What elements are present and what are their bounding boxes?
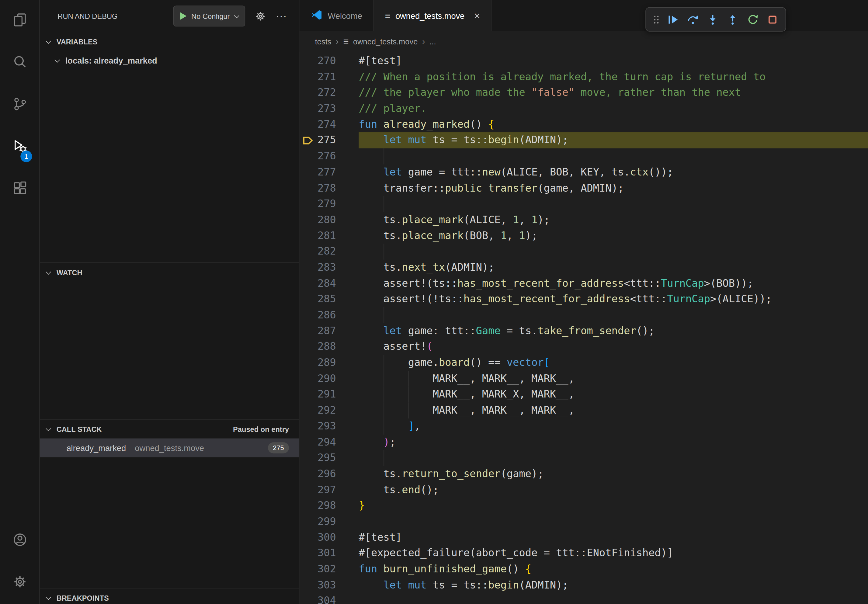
line-number[interactable]: 292 — [299, 403, 359, 418]
code-line[interactable]: 288 assert!( — [299, 339, 868, 355]
breadcrumb-item-file[interactable]: owned_tests.move — [353, 37, 418, 46]
code-line[interactable]: 304 — [299, 593, 868, 604]
line-number[interactable]: 282 — [299, 244, 359, 259]
line-number[interactable]: 281 — [299, 228, 359, 244]
debug-config-dropdown[interactable]: No Configur — [173, 5, 245, 26]
code-line[interactable]: 271/// When a position is already marked… — [299, 69, 868, 85]
activity-item-explorer[interactable] — [0, 0, 39, 42]
code-line[interactable]: 303 let mut ts = ts::begin(ADMIN); — [299, 577, 868, 593]
code-line[interactable]: 287 let game: ttt::Game = ts.take_from_s… — [299, 323, 868, 339]
step-over-button[interactable] — [684, 11, 701, 28]
step-out-button[interactable] — [724, 11, 741, 28]
toolbar-grip-icon[interactable] — [651, 13, 662, 26]
line-number[interactable]: 270 — [299, 53, 359, 69]
code-line[interactable]: 274fun already_marked() { — [299, 117, 868, 133]
line-number[interactable]: 304 — [299, 593, 359, 604]
code-line[interactable]: 273/// player. — [299, 101, 868, 116]
code-line[interactable]: 302fun burn_unfinished_game() { — [299, 561, 868, 577]
step-into-button[interactable] — [704, 11, 721, 28]
watch-section-header[interactable]: WATCH — [40, 263, 299, 282]
line-number[interactable]: 271 — [299, 69, 359, 85]
code-line[interactable]: 299 — [299, 514, 868, 530]
line-number[interactable]: 289 — [299, 355, 359, 371]
activity-item-run-and-debug[interactable]: 1 — [0, 126, 39, 168]
line-number[interactable]: 294 — [299, 434, 359, 450]
line-number[interactable]: 280 — [299, 212, 359, 228]
code-line[interactable]: 296 ts.return_to_sender(game); — [299, 466, 868, 482]
breadcrumb-item-tests[interactable]: tests — [315, 37, 332, 46]
line-number[interactable]: 303 — [299, 577, 359, 593]
activity-item-accounts[interactable] — [0, 520, 39, 562]
line-number[interactable]: 290 — [299, 371, 359, 387]
start-debug-icon[interactable] — [180, 12, 186, 20]
line-number[interactable]: 300 — [299, 530, 359, 545]
breakpoints-section-header[interactable]: BREAKPOINTS — [40, 589, 299, 604]
code-line[interactable]: 280 ts.place_mark(ALICE, 1, 1); — [299, 212, 868, 228]
line-number[interactable]: 285 — [299, 291, 359, 307]
more-actions-icon[interactable]: ⋯ — [276, 11, 287, 22]
line-number[interactable]: 297 — [299, 482, 359, 498]
variables-scope-row[interactable]: locals: already_marked — [40, 51, 299, 70]
activity-item-manage[interactable] — [0, 562, 39, 604]
continue-button[interactable] — [663, 11, 681, 28]
line-number[interactable]: 299 — [299, 514, 359, 530]
line-number[interactable]: 283 — [299, 260, 359, 276]
code-line[interactable]: 276 — [299, 149, 868, 164]
line-number[interactable]: 273 — [299, 101, 359, 116]
line-number[interactable]: 301 — [299, 545, 359, 561]
code-line[interactable]: 292 MARK__, MARK__, MARK__, — [299, 403, 868, 418]
tab-welcome[interactable]: Welcome — [299, 0, 374, 31]
line-number[interactable]: 277 — [299, 164, 359, 180]
call-stack-frame[interactable]: already_marked owned_tests.move 275 — [40, 438, 299, 457]
line-number[interactable]: 291 — [299, 387, 359, 403]
code-line[interactable]: 270#[test] — [299, 53, 868, 69]
line-number[interactable]: 296 — [299, 466, 359, 482]
activity-item-source-control[interactable] — [0, 84, 39, 126]
line-number[interactable]: 286 — [299, 307, 359, 323]
restart-button[interactable] — [743, 11, 761, 28]
line-number[interactable]: 279 — [299, 196, 359, 212]
code-line[interactable]: 298} — [299, 498, 868, 514]
code-line[interactable]: 278 transfer::public_transfer(game, ADMI… — [299, 180, 868, 196]
code-line[interactable]: 291 MARK__, MARK_X, MARK__, — [299, 387, 868, 403]
code-line[interactable]: 275 let mut ts = ts::begin(ADMIN); — [299, 133, 868, 149]
code-line[interactable]: 293 ], — [299, 418, 868, 434]
code-editor[interactable]: 270#[test]271/// When a position is alre… — [299, 52, 868, 604]
code-line[interactable]: 284 assert!(ts::has_most_recent_for_addr… — [299, 276, 868, 291]
code-line[interactable]: 297 ts.end(); — [299, 482, 868, 498]
variables-section-header[interactable]: VARIABLES — [40, 32, 299, 51]
line-number[interactable]: 288 — [299, 339, 359, 355]
code-line[interactable]: 295 — [299, 450, 868, 466]
line-number[interactable]: 302 — [299, 561, 359, 577]
debug-settings-gear-icon[interactable] — [254, 10, 266, 22]
code-line[interactable]: 286 — [299, 307, 868, 323]
code-line[interactable]: 285 assert!(!ts::has_most_recent_for_add… — [299, 291, 868, 307]
code-line[interactable]: 283 ts.next_tx(ADMIN); — [299, 260, 868, 276]
line-number[interactable]: 278 — [299, 180, 359, 196]
code-line[interactable]: 289 game.board() == vector[ — [299, 355, 868, 371]
line-number[interactable]: 272 — [299, 85, 359, 101]
close-icon[interactable]: × — [474, 10, 480, 21]
line-number[interactable]: 287 — [299, 323, 359, 339]
code-line[interactable]: 282 — [299, 244, 868, 259]
code-line[interactable]: 301#[expected_failure(abort_code = ttt::… — [299, 545, 868, 561]
line-number[interactable]: 293 — [299, 418, 359, 434]
line-number[interactable]: 298 — [299, 498, 359, 514]
code-line[interactable]: 294 ); — [299, 434, 868, 450]
line-number[interactable]: 284 — [299, 276, 359, 291]
breadcrumb-item-symbol[interactable]: ... — [429, 37, 436, 46]
stop-button[interactable] — [763, 11, 781, 28]
line-number[interactable]: 274 — [299, 117, 359, 133]
activity-item-extensions[interactable] — [0, 168, 39, 210]
line-number[interactable]: 295 — [299, 450, 359, 466]
code-line[interactable]: 279 — [299, 196, 868, 212]
code-line[interactable]: 277 let game = ttt::new(ALICE, BOB, KEY,… — [299, 164, 868, 180]
line-number[interactable]: 275 — [299, 133, 359, 149]
activity-item-search[interactable] — [0, 42, 39, 84]
code-line[interactable]: 272/// the player who made the "false" m… — [299, 85, 868, 101]
code-line[interactable]: 300#[test] — [299, 530, 868, 545]
code-line[interactable]: 281 ts.place_mark(BOB, 1, 1); — [299, 228, 868, 244]
call-stack-section-header[interactable]: CALL STACK Paused on entry — [40, 420, 299, 438]
code-line[interactable]: 290 MARK__, MARK__, MARK__, — [299, 371, 868, 387]
tab-owned-tests[interactable]: ≡ owned_tests.move × — [374, 0, 492, 31]
